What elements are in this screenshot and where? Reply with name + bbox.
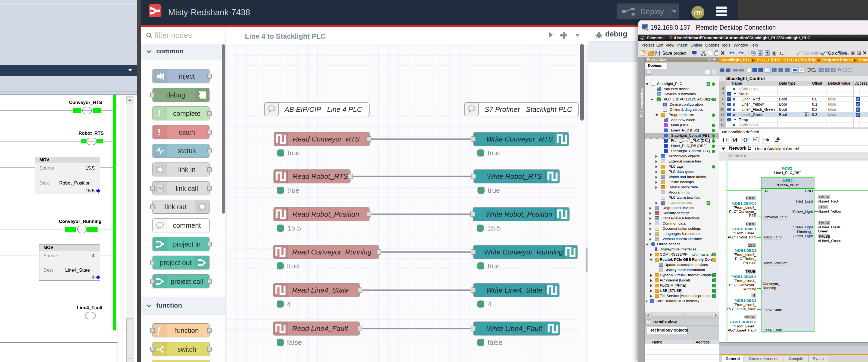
svg-text:Read Robot_Position: Read Robot_Position	[292, 210, 359, 218]
svg-text:Go offline: Go offline	[828, 51, 846, 56]
svg-text:true: true	[287, 186, 300, 194]
svg-text:Line4_State: Line4_State	[763, 308, 782, 312]
svg-text:Read Conveyor_Running: Read Conveyor_Running	[292, 248, 372, 256]
svg-text:FALSE: FALSE	[819, 234, 830, 239]
svg-text:true: true	[488, 149, 500, 157]
svg-text:"From_Line4_: "From_Line4_	[734, 303, 756, 307]
svg-text:AB EIP/CIP - Line 4 PLC: AB EIP/CIP - Line 4 PLC	[284, 105, 362, 113]
svg-text:FALSE: FALSE	[819, 195, 830, 199]
svg-text:FALSE: FALSE	[819, 221, 830, 225]
svg-text:Conveyor_: Conveyor_	[763, 282, 780, 286]
svg-text:Go online: Go online	[803, 51, 822, 56]
svg-text:PLC".Robot_: PLC".Robot_	[735, 257, 756, 261]
svg-text:Green_Light: Green_Light	[793, 225, 813, 229]
svg-text:Read Conveyor_RTS: Read Conveyor_RTS	[293, 135, 360, 143]
svg-text:Yellow_Light: Yellow_Light	[793, 210, 813, 214]
svg-text:?: ?	[847, 52, 849, 56]
svg-text:S7 Profinet - Stacklight PLC: S7 Profinet - Stacklight PLC	[485, 105, 572, 113]
svg-text:PLC".Conveyor_: PLC".Conveyor_	[729, 283, 756, 287]
svg-text:%DB2: %DB2	[781, 166, 792, 170]
svg-text:TRUE: TRUE	[745, 196, 755, 200]
svg-text:Read Line4_State: Read Line4_State	[292, 286, 349, 294]
svg-text:Robot_Position: Robot_Position	[763, 261, 787, 265]
svg-text:true: true	[287, 149, 300, 157]
svg-text:15.5: 15.5	[748, 243, 755, 247]
svg-text:01: 01	[753, 53, 755, 56]
svg-text:Flashing_: Flashing_	[797, 230, 813, 234]
svg-text:Line4_Fault: Line4_Fault	[763, 328, 782, 332]
svg-text:Running: Running	[743, 287, 756, 291]
svg-text:"Line4_PLC_DB": "Line4_PLC_DB"	[773, 171, 801, 175]
svg-text:Red_Light: Red_Light	[796, 199, 813, 203]
svg-text:PLC".Line4_State: PLC".Line4_State	[727, 307, 756, 311]
svg-text:#Line4_Yellow: #Line4_Yellow	[818, 209, 842, 214]
svg-text:4: 4	[488, 300, 491, 308]
svg-text:RT: RT	[782, 53, 784, 56]
svg-text:Write Robot_Position: Write Robot_Position	[486, 210, 552, 218]
svg-text:#Line4_Red: #Line4_Red	[818, 199, 838, 203]
svg-text:"From_Line4_: "From_Line4_	[734, 253, 756, 257]
svg-text:??: ??	[754, 139, 757, 142]
svg-text:Read Line4_Fault: Read Line4_Fault	[292, 325, 348, 333]
svg-text:Conveyor_RTS: Conveyor_RTS	[763, 215, 787, 219]
svg-text:TRUE: TRUE	[819, 205, 829, 209]
svg-text:EN: EN	[763, 189, 768, 193]
svg-text:Write Line4_Fault: Write Line4_Fault	[487, 325, 543, 333]
svg-text:true: true	[287, 262, 299, 270]
svg-text:%DB1.DBX12.0: %DB1.DBX12.0	[730, 320, 756, 324]
svg-text:Save project: Save project	[662, 51, 686, 56]
svg-text:%FB2: %FB2	[782, 178, 793, 183]
svg-text:Running: Running	[763, 286, 776, 290]
svg-text:Position: Position	[743, 261, 756, 265]
svg-text:true: true	[488, 186, 500, 194]
svg-text:Green_Light: Green_Light	[793, 234, 813, 238]
svg-text:ENO: ENO	[805, 189, 813, 193]
svg-text:Write Line4_State: Write Line4_State	[486, 286, 542, 294]
svg-text:Green: Green	[818, 229, 828, 233]
svg-text:#Line4_Flash_: #Line4_Flash_	[818, 225, 842, 229]
svg-text:Read Robot_RTS: Read Robot_RTS	[292, 172, 348, 180]
svg-text:15.5: 15.5	[487, 224, 501, 232]
svg-text:"From_Line4_: "From_Line4_	[734, 324, 756, 328]
svg-text:"Line4_PLC": "Line4_PLC"	[776, 183, 799, 187]
svg-text:PLC".Robot_RTS: PLC".Robot_RTS	[728, 235, 756, 239]
svg-text:%DB1.DBX0.1: %DB1.DBX0.1	[732, 227, 756, 231]
svg-text:Robot_RTS: Robot_RTS	[763, 235, 782, 239]
svg-text:Write Robot_RTS: Write Robot_RTS	[487, 172, 542, 180]
svg-text:15.5: 15.5	[287, 224, 301, 232]
svg-text:4: 4	[287, 300, 291, 308]
svg-text:%DB1.DBD2: %DB1.DBD2	[735, 249, 756, 253]
svg-text:PLC".Line4_Fault: PLC".Line4_Fault	[728, 328, 756, 332]
svg-text:TRUE: TRUE	[745, 222, 755, 226]
svg-text:%DB1.DBD8: %DB1.DBD8	[735, 299, 756, 303]
svg-text:"From_Line4_: "From_Line4_	[734, 231, 756, 235]
svg-text:"From_Line4_: "From_Line4_	[734, 279, 756, 283]
svg-text:TRUE: TRUE	[745, 270, 755, 274]
svg-text:4: 4	[753, 294, 755, 298]
svg-text:Write Conveyor_RTS: Write Conveyor_RTS	[486, 135, 553, 143]
svg-text:false: false	[488, 338, 502, 346]
svg-text:RTS: RTS	[749, 214, 756, 218]
svg-text:false: false	[287, 338, 302, 346]
svg-text:%DB1.DBX0.0: %DB1.DBX0.0	[732, 201, 756, 205]
svg-text:PLC".Conveyor_: PLC".Conveyor_	[729, 210, 756, 214]
svg-text:%DB1.DBX6.0: %DB1.DBX6.0	[732, 275, 756, 279]
svg-text:FALSE: FALSE	[744, 315, 755, 319]
svg-text:true: true	[488, 262, 500, 270]
svg-text:"From_Line4_: "From_Line4_	[734, 205, 756, 210]
svg-text:#Line4_Green: #Line4_Green	[818, 239, 841, 243]
svg-text:Write Conveyor_Running: Write Conveyor_Running	[484, 248, 563, 256]
